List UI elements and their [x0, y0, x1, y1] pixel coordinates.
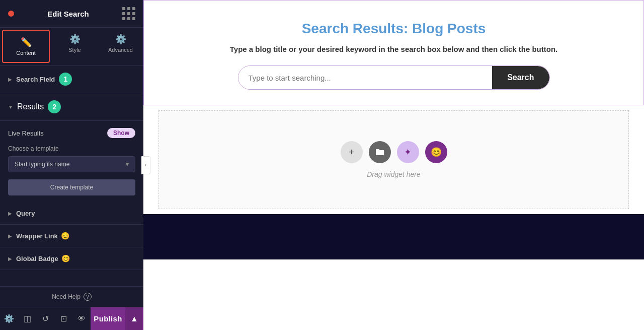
- style-tab-label: Style: [68, 47, 80, 53]
- dark-footer-section: [143, 214, 644, 259]
- live-results-row: Live Results Show: [8, 128, 135, 138]
- sidebar: Edit Search ✏️ Content ⚙️ Style ⚙️ Advan…: [0, 0, 143, 330]
- content-tab-icon: ✏️: [21, 37, 32, 48]
- search-results-subtitle: Type a blog title or your desired keywor…: [154, 45, 633, 53]
- canvas-content: Search Results: Blog Posts Type a blog t…: [143, 0, 644, 330]
- main-canvas: Search Results: Blog Posts Type a blog t…: [143, 0, 644, 330]
- traffic-light[interactable]: [8, 11, 14, 17]
- wrapper-link-label: Wrapper Link: [16, 232, 58, 240]
- results-section-header[interactable]: ▼ Results 2: [0, 93, 143, 121]
- global-badge-label: Global Badge: [16, 255, 58, 262]
- eye-bottom-icon[interactable]: 👁: [72, 307, 91, 331]
- wrapper-link-arrow: ▶: [8, 233, 12, 239]
- magic-icon[interactable]: ✦: [397, 141, 419, 163]
- folder-icon[interactable]: [369, 141, 391, 163]
- search-input[interactable]: [238, 66, 493, 89]
- smiley-icon[interactable]: 😊: [425, 141, 447, 163]
- query-section[interactable]: ▶ Query: [0, 203, 143, 225]
- tab-content[interactable]: ✏️ Content: [2, 30, 50, 63]
- settings-bottom-icon[interactable]: ⚙️: [0, 307, 18, 331]
- sidebar-header: Edit Search: [0, 0, 143, 28]
- search-results-title: Search Results: Blog Posts: [154, 21, 633, 37]
- live-results-toggle[interactable]: Show: [107, 128, 135, 138]
- tab-advanced[interactable]: ⚙️ Advanced: [98, 28, 143, 65]
- create-template-button[interactable]: Create template: [8, 179, 135, 195]
- advanced-tab-icon: ⚙️: [115, 34, 126, 45]
- need-help[interactable]: Need Help ?: [52, 293, 92, 301]
- add-icon[interactable]: +: [341, 141, 363, 163]
- publish-bar: ⚙️ ◫ ↺ ⊡ 👁 Publish ▲: [0, 307, 143, 330]
- sidebar-tabs: ✏️ Content ⚙️ Style ⚙️ Advanced: [0, 28, 143, 65]
- step-2-badge: 2: [48, 100, 61, 113]
- wrapper-link-emoji: 😊: [61, 232, 69, 240]
- results-content: Live Results Show Choose a template Star…: [0, 121, 143, 203]
- publish-button[interactable]: Publish: [91, 307, 125, 330]
- publish-arrow-button[interactable]: ▲: [125, 307, 143, 330]
- template-select[interactable]: Start typing its name: [8, 156, 135, 172]
- tab-style[interactable]: ⚙️ Style: [52, 28, 98, 65]
- help-circle-icon: ?: [84, 293, 92, 301]
- need-help-label: Need Help: [52, 293, 80, 300]
- results-section: ▼ Results 2 Live Results Show Choose a t…: [0, 93, 143, 203]
- drop-zone: + ✦ 😊 Drag widget here: [158, 110, 629, 209]
- search-button[interactable]: Search: [492, 66, 549, 89]
- results-arrow: ▼: [8, 104, 13, 110]
- history-bottom-icon[interactable]: ↺: [36, 307, 54, 331]
- global-badge-emoji: 😊: [61, 254, 70, 262]
- template-select-wrapper: Start typing its name ▼: [8, 156, 135, 172]
- search-box-row: Search: [238, 65, 550, 90]
- step-1-badge: 1: [59, 73, 72, 86]
- style-tab-icon: ⚙️: [69, 34, 80, 45]
- bottom-icons: ⚙️ ◫ ↺ ⊡ 👁: [0, 307, 91, 331]
- choose-template-label: Choose a template: [8, 145, 135, 152]
- copy-bottom-icon[interactable]: ⊡: [54, 307, 72, 331]
- panel-toggle[interactable]: ‹: [141, 156, 150, 174]
- advanced-tab-label: Advanced: [108, 47, 133, 53]
- live-results-label: Live Results: [8, 129, 44, 137]
- wrapper-link-section[interactable]: ▶ Wrapper Link 😊: [0, 225, 143, 247]
- search-field-label: Search Field: [16, 76, 55, 83]
- grid-menu-icon[interactable]: [122, 7, 135, 20]
- search-field-section[interactable]: ▶ Search Field 1: [0, 65, 143, 93]
- global-badge-arrow: ▶: [8, 256, 12, 261]
- sidebar-help-footer: Need Help ?: [0, 286, 143, 307]
- search-field-arrow: ▶: [8, 77, 12, 82]
- sidebar-title: Edit Search: [47, 10, 89, 18]
- drop-zone-label: Drag widget here: [367, 170, 421, 178]
- drop-zone-icons: + ✦ 😊: [341, 141, 447, 163]
- content-tab-label: Content: [16, 50, 36, 56]
- global-badge-section[interactable]: ▶ Global Badge 😊: [0, 247, 143, 270]
- query-label: Query: [16, 210, 35, 217]
- results-label: Results: [17, 102, 44, 111]
- layers-bottom-icon[interactable]: ◫: [18, 307, 36, 331]
- search-results-area: Search Results: Blog Posts Type a blog t…: [143, 0, 644, 105]
- query-arrow: ▶: [8, 211, 12, 216]
